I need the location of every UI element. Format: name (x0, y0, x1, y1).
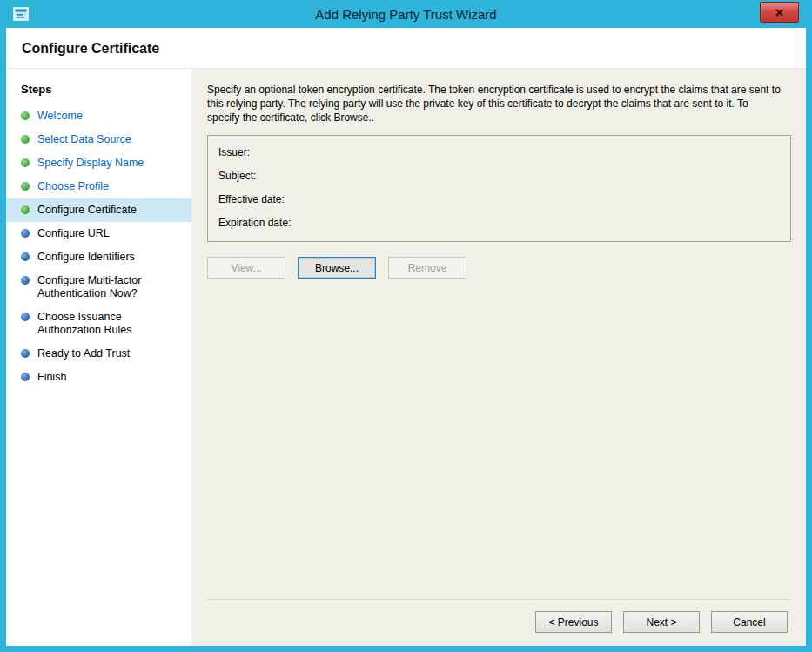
step-label: Configure Identifiers (37, 251, 135, 264)
step-specify-display-name[interactable]: Specify Display Name (6, 151, 191, 175)
step-completed-icon (21, 182, 30, 191)
step-label: Configure URL (37, 227, 110, 240)
certificate-actions: View... Browse... Remove (207, 257, 791, 279)
content-panel: Specify an optional token encryption cer… (191, 69, 806, 646)
step-label: Ready to Add Trust (37, 347, 130, 360)
step-completed-icon (21, 158, 30, 167)
previous-button[interactable]: < Previous (535, 611, 612, 633)
step-label: Specify Display Name (37, 157, 144, 170)
description-text: Specify an optional token encryption cer… (207, 83, 782, 124)
view-button: View... (207, 257, 285, 279)
effective-date-field: Effective date: (218, 191, 780, 214)
steps-sidebar: Steps Welcome Select Data Source Specify… (6, 69, 191, 646)
step-label: Choose Issuance Authorization Rules (37, 311, 179, 337)
subject-field: Subject: (218, 167, 780, 191)
step-select-data-source[interactable]: Select Data Source (6, 128, 191, 151)
expiration-date-field: Expiration date: (218, 214, 780, 238)
titlebar[interactable]: Add Relying Party Trust Wizard × (6, 0, 806, 28)
step-upcoming-icon (21, 252, 30, 261)
issuer-field: Issuer: (218, 144, 780, 167)
step-finish: Finish (6, 366, 191, 389)
browse-button[interactable]: Browse... (298, 257, 376, 279)
next-button[interactable]: Next > (623, 611, 700, 633)
navigation-buttons: < Previous Next > Cancel (207, 600, 791, 646)
cancel-button[interactable]: Cancel (711, 611, 788, 633)
step-label: Configure Certificate (37, 204, 137, 217)
step-label: Choose Profile (37, 180, 109, 193)
step-label: Configure Multi-factor Authentication No… (37, 274, 179, 300)
step-upcoming-icon (21, 276, 30, 285)
step-upcoming-icon (21, 229, 30, 238)
wizard-client-area: Configure Certificate Steps Welcome Sele… (6, 28, 806, 646)
step-ready-to-add-trust: Ready to Add Trust (6, 342, 191, 366)
step-choose-issuance-rules: Choose Issuance Authorization Rules (6, 306, 191, 342)
step-upcoming-icon (21, 373, 30, 381)
step-welcome[interactable]: Welcome (6, 104, 191, 128)
close-icon: × (775, 5, 784, 20)
step-configure-identifiers: Configure Identifiers (6, 245, 191, 269)
page-header: Configure Certificate (6, 28, 806, 69)
certificate-info-box: Issuer: Subject: Effective date: Expirat… (207, 135, 791, 242)
page-title: Configure Certificate (22, 41, 790, 57)
close-button[interactable]: × (760, 2, 799, 23)
step-upcoming-icon (21, 313, 30, 321)
step-current-icon (21, 205, 30, 214)
step-configure-certificate[interactable]: Configure Certificate (6, 198, 191, 222)
remove-button: Remove (388, 257, 466, 279)
steps-heading: Steps (6, 77, 191, 104)
step-upcoming-icon (21, 349, 30, 358)
step-completed-icon (21, 111, 30, 120)
wizard-footer: < Previous Next > Cancel (207, 599, 791, 646)
step-label: Welcome (37, 110, 83, 123)
wizard-window: Add Relying Party Trust Wizard × Configu… (0, 0, 812, 652)
step-label: Select Data Source (37, 133, 131, 146)
step-label: Finish (37, 371, 66, 384)
step-configure-url: Configure URL (6, 222, 191, 245)
window-title: Add Relying Party Trust Wizard (6, 7, 806, 22)
step-configure-mfa: Configure Multi-factor Authentication No… (6, 269, 191, 306)
wizard-body: Steps Welcome Select Data Source Specify… (6, 69, 806, 646)
step-completed-icon (21, 135, 30, 144)
wizard-icon (13, 7, 29, 21)
step-choose-profile[interactable]: Choose Profile (6, 175, 191, 198)
